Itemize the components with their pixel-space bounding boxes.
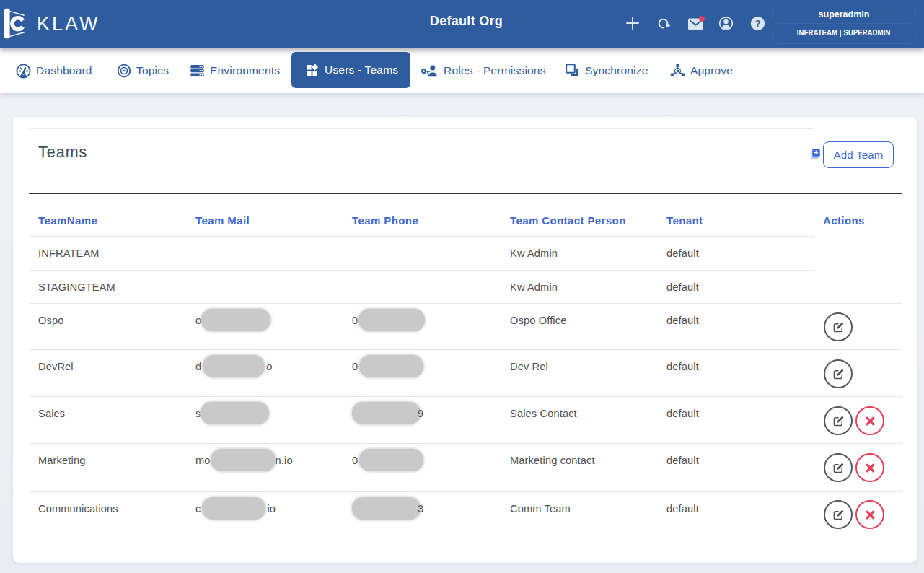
svg-text:?: ? (755, 19, 761, 29)
